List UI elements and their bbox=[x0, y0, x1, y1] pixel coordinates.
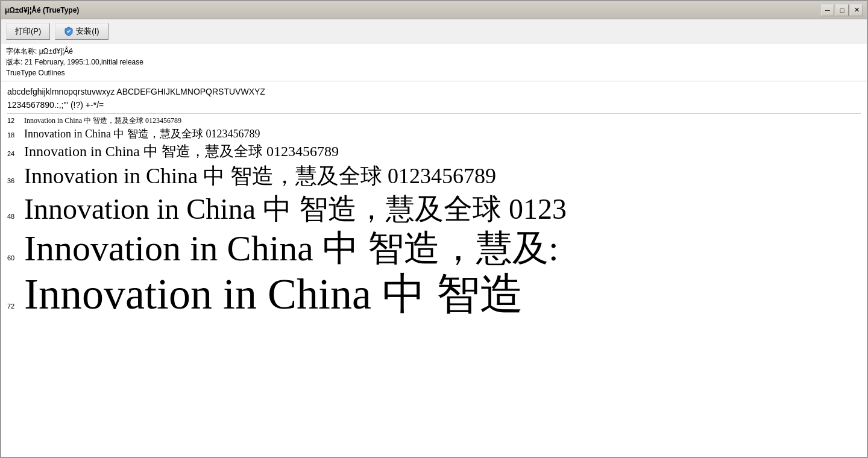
alphabet-lowercase: abcdefghijklmnopqrstuvwxyz ABCDEFGHIJKLM… bbox=[7, 86, 861, 98]
sample-text: Innovation in China 中 智造 bbox=[24, 271, 523, 318]
font-name-value: μΩ±d¥j¦Åé bbox=[39, 47, 73, 55]
restore-button[interactable]: □ bbox=[835, 4, 849, 16]
close-button[interactable]: ✕ bbox=[850, 4, 863, 16]
sample-text: Innovation in China 中 智造，慧及全球 0123456789 bbox=[24, 127, 260, 141]
size-label: 24 bbox=[7, 150, 24, 158]
sample-text: Innovation in China 中 智造，慧及全球 0123456789 bbox=[24, 162, 496, 190]
version-value: 21 February, 1995:1.00,initial release bbox=[25, 58, 143, 66]
size-label: 60 bbox=[7, 254, 24, 262]
size-label: 48 bbox=[7, 213, 24, 221]
print-label: 打印(P) bbox=[15, 26, 41, 37]
sample-row: 60Innovation in China 中 智造，慧及: bbox=[7, 228, 861, 269]
title-bar: μΩ±d¥j¦Åé (TrueType) ─ □ ✕ bbox=[1, 1, 867, 19]
title-bar-controls: ─ □ ✕ bbox=[821, 4, 863, 16]
install-label: 安装(I) bbox=[76, 26, 99, 37]
size-label: 18 bbox=[7, 131, 24, 139]
sample-text: Innovation in China 中 智造，慧及全球 0123456789 bbox=[24, 116, 181, 126]
font-name-line: 字体名称: μΩ±d¥j¦Åé bbox=[6, 46, 862, 57]
alphabet-digits: 1234567890.:,;'" (!?) +-*/= bbox=[7, 99, 861, 111]
size-label: 36 bbox=[7, 177, 24, 185]
version-key: 版本: bbox=[6, 58, 22, 66]
font-name-key: 字体名称: bbox=[6, 47, 37, 55]
preview-area[interactable]: abcdefghijklmnopqrstuvwxyz ABCDEFGHIJKLM… bbox=[1, 81, 867, 457]
divider bbox=[7, 113, 861, 114]
version-line: 版本: 21 February, 1995:1.00,initial relea… bbox=[6, 57, 862, 67]
toolbar: 打印(P) 安装(I) bbox=[1, 19, 867, 43]
main-window: μΩ±d¥j¦Åé (TrueType) ─ □ ✕ 打印(P) 安装(I) 字… bbox=[0, 0, 868, 458]
sample-row: 18Innovation in China 中 智造，慧及全球 01234567… bbox=[7, 127, 861, 141]
window-title: μΩ±d¥j¦Åé (TrueType) bbox=[5, 6, 79, 14]
size-label: 72 bbox=[7, 303, 24, 310]
font-info-area: 字体名称: μΩ±d¥j¦Åé 版本: 21 February, 1995:1.… bbox=[1, 43, 867, 81]
sample-text: Innovation in China 中 智造，慧及: bbox=[24, 228, 559, 269]
sample-text: Innovation in China 中 智造，慧及全球 0123456789 bbox=[24, 142, 339, 161]
sample-row: 12Innovation in China 中 智造，慧及全球 01234567… bbox=[7, 116, 861, 126]
sample-row: 72Innovation in China 中 智造 bbox=[7, 271, 861, 318]
sample-row: 36Innovation in China 中 智造，慧及全球 01234567… bbox=[7, 162, 861, 190]
type-value: TrueType Outlines bbox=[6, 69, 65, 77]
minimize-button[interactable]: ─ bbox=[821, 4, 834, 16]
sample-row: 48Innovation in China 中 智造，慧及全球 0123 bbox=[7, 192, 861, 227]
size-label: 12 bbox=[7, 117, 24, 125]
print-button[interactable]: 打印(P) bbox=[6, 23, 50, 40]
type-line: TrueType Outlines bbox=[6, 67, 862, 78]
sample-row: 24Innovation in China 中 智造，慧及全球 01234567… bbox=[7, 142, 861, 161]
sample-text: Innovation in China 中 智造，慧及全球 0123 bbox=[24, 192, 567, 227]
install-button[interactable]: 安装(I) bbox=[55, 23, 108, 40]
samples-container: 12Innovation in China 中 智造，慧及全球 01234567… bbox=[7, 116, 861, 318]
install-icon bbox=[64, 27, 74, 36]
